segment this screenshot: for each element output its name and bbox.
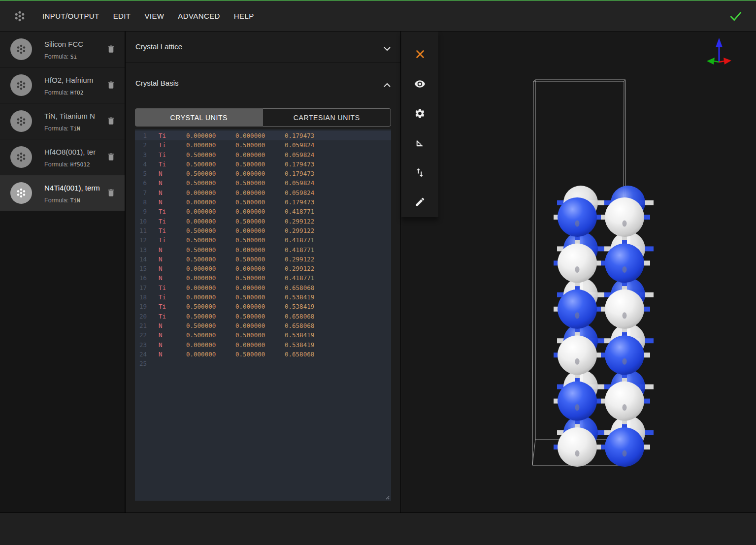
units-tab-group: CRYSTAL UNITS CARTESIAN UNITS <box>135 108 391 127</box>
material-title: Hf4O8(001), ter <box>44 148 103 156</box>
basis-row: 15N0.0000000.0000000.299122 <box>135 264 391 273</box>
basis-row: 25 <box>135 359 391 368</box>
delete-material-button[interactable] <box>106 116 116 127</box>
material-list: Silicon FCCFormula: Si HfO2, HafniumForm… <box>0 32 125 211</box>
measure-button[interactable] <box>409 132 431 154</box>
basis-row: 6N0.5000000.5000000.059824 <box>135 178 391 188</box>
delete-material-button[interactable] <box>106 44 116 55</box>
chevron-up-icon[interactable] <box>384 80 391 85</box>
basis-row: 18Ti0.0000000.5000000.538419 <box>135 292 391 302</box>
delete-material-button[interactable] <box>106 80 116 91</box>
material-list-item[interactable]: Hf4O8(001), terFormula: Hf5O12 <box>0 139 125 175</box>
editor-resize-handle[interactable] <box>384 494 390 499</box>
material-list-item[interactable]: Silicon FCCFormula: Si <box>0 32 125 67</box>
material-list-item[interactable]: N4Ti4(001), termFormula: TiN <box>0 175 125 211</box>
basis-row: 2Ti0.0000000.5000000.059824 <box>135 140 391 150</box>
material-avatar-icon <box>10 182 32 204</box>
trash-icon <box>106 188 116 198</box>
basis-row: 10Ti0.0000000.5000000.299122 <box>135 217 391 226</box>
material-list-item[interactable]: TiN, Titanium NFormula: TiN <box>0 103 125 139</box>
crystal-basis-header[interactable]: Crystal Basis <box>126 63 400 99</box>
swap-vertical-icon <box>414 167 426 178</box>
basis-row: 16N0.0000000.5000000.418771 <box>135 273 391 283</box>
material-formula: Formula: TiN <box>44 125 80 132</box>
basis-row: 21N0.5000000.0000000.658068 <box>135 321 391 330</box>
axes-gizmo <box>707 38 731 64</box>
material-list-item[interactable]: HfO2, HafniumFormula: HfO2 <box>0 67 125 103</box>
delete-material-button[interactable] <box>106 188 116 198</box>
basis-row: 4Ti0.5000000.5000000.179473 <box>135 160 391 169</box>
gear-icon <box>414 108 426 119</box>
material-title: HfO2, Hafnium <box>44 76 103 84</box>
basis-row: 3Ti0.5000000.0000000.059824 <box>135 150 391 160</box>
basis-row: 23N0.0000000.0000000.538419 <box>135 340 391 350</box>
material-formula: Formula: Si <box>44 53 77 60</box>
crystal-basis-title: Crystal Basis <box>135 79 179 87</box>
basis-row: 14N0.5000000.5000000.299122 <box>135 255 391 264</box>
basis-row: 1Ti0.0000000.0000000.179473 <box>135 131 391 140</box>
basis-row: 22N0.5000000.5000000.538419 <box>135 330 391 340</box>
materials-sidebar: Silicon FCCFormula: Si HfO2, HafniumForm… <box>0 32 125 513</box>
material-avatar-icon <box>10 38 32 60</box>
menu-bar: INPUT/OUTPUTEDITVIEWADVANCEDHELP <box>0 0 756 32</box>
source-editor-panel: Crystal Lattice Crystal Basis CRYSTAL UN… <box>125 32 401 513</box>
ruler-icon <box>414 137 426 149</box>
chevron-down-icon[interactable] <box>384 44 391 49</box>
structure-viewport[interactable] <box>401 32 756 513</box>
crystal-lattice-title: Crystal Lattice <box>135 42 182 51</box>
settings-button[interactable] <box>409 102 431 124</box>
basis-row: 11Ti0.5000000.0000000.299122 <box>135 226 391 235</box>
eye-icon <box>414 78 426 90</box>
delete-material-button[interactable] <box>106 152 116 162</box>
app-logo-icon <box>12 8 28 24</box>
basis-row: 12Ti0.5000000.5000000.418771 <box>135 235 391 245</box>
menu-advanced[interactable]: ADVANCED <box>178 12 220 20</box>
visibility-button[interactable] <box>409 73 431 95</box>
trash-icon <box>106 80 116 90</box>
tab-cartesian-units[interactable]: CARTESIAN UNITS <box>263 108 392 127</box>
basis-row: 7N0.0000000.0000000.059824 <box>135 188 391 197</box>
material-formula: Formula: Hf5O12 <box>44 161 90 168</box>
basis-row: 19Ti0.5000000.0000000.538419 <box>135 302 391 311</box>
basis-editor[interactable]: 1Ti0.0000000.0000000.1794732Ti0.0000000.… <box>135 129 391 501</box>
basis-row: 13N0.5000000.0000000.418771 <box>135 245 391 255</box>
close-button[interactable] <box>409 43 431 65</box>
material-avatar-icon <box>10 146 32 168</box>
basis-row: 20Ti0.5000000.5000000.658068 <box>135 312 391 321</box>
menu-input-output[interactable]: INPUT/OUTPUT <box>42 12 99 20</box>
close-icon <box>415 49 426 60</box>
material-title: Silicon FCC <box>44 40 103 48</box>
trash-icon <box>106 44 116 54</box>
bottom-strip <box>0 513 756 545</box>
basis-row: 17Ti0.0000000.0000000.658068 <box>135 283 391 292</box>
viewer-toolbar <box>401 32 438 217</box>
material-formula: Formula: HfO2 <box>44 89 83 96</box>
crystal-lattice-header[interactable]: Crystal Lattice <box>126 32 400 63</box>
tab-crystal-units[interactable]: CRYSTAL UNITS <box>135 108 263 127</box>
basis-row: 24N0.0000000.5000000.658068 <box>135 350 391 359</box>
material-formula: Formula: TiN <box>44 197 80 204</box>
basis-row: 9Ti0.0000000.0000000.418771 <box>135 207 391 216</box>
menu-view[interactable]: VIEW <box>144 12 164 20</box>
menu-bar-items: INPUT/OUTPUTEDITVIEWADVANCEDHELP <box>42 12 254 20</box>
material-avatar-icon <box>10 74 32 96</box>
edit-button[interactable] <box>409 191 431 213</box>
confirm-check-icon[interactable] <box>729 11 742 22</box>
trash-icon <box>106 116 116 126</box>
basis-row: 8N0.0000000.5000000.179473 <box>135 197 391 207</box>
menu-edit[interactable]: EDIT <box>113 12 131 20</box>
swap-axes-button[interactable] <box>409 161 431 183</box>
menu-help[interactable]: HELP <box>234 12 254 20</box>
trash-icon <box>106 152 116 162</box>
crystal-structure-canvas[interactable] <box>401 32 756 513</box>
basis-row: 5N0.5000000.0000000.179473 <box>135 169 391 178</box>
material-title: TiN, Titanium N <box>44 112 103 120</box>
basis-editor-lines: 1Ti0.0000000.0000000.1794732Ti0.0000000.… <box>135 131 391 368</box>
material-title: N4Ti4(001), term <box>44 184 103 192</box>
material-avatar-icon <box>10 110 32 132</box>
pencil-icon <box>415 196 426 207</box>
